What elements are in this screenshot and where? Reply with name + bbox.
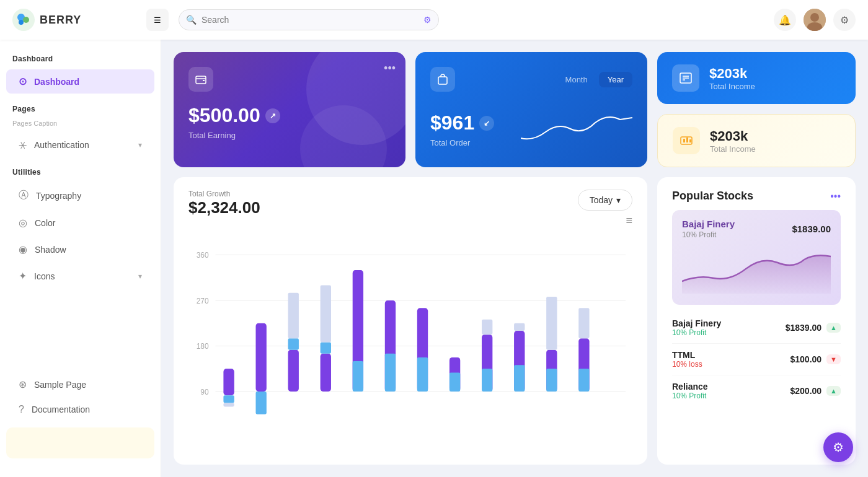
card-income-blue: $203k Total Income bbox=[657, 52, 856, 104]
svg-rect-27 bbox=[223, 395, 234, 403]
typography-icon: Ⓐ bbox=[19, 189, 29, 202]
svg-rect-49 bbox=[514, 365, 525, 392]
main-content: ••• $500.00 ↗ Total Earning bbox=[161, 40, 868, 477]
sidebar-item-typography[interactable]: Ⓐ Typography bbox=[6, 183, 154, 208]
stocks-menu-icon[interactable]: ••• bbox=[830, 191, 841, 202]
svg-rect-16 bbox=[686, 138, 688, 142]
svg-rect-46 bbox=[482, 369, 492, 392]
fab-settings-button[interactable]: ⚙ bbox=[823, 432, 853, 462]
income-yellow-icon bbox=[673, 127, 700, 154]
sidebar-sample-label: Sample Page bbox=[34, 380, 142, 390]
cards-row: ••• $500.00 ↗ Total Earning bbox=[174, 52, 856, 167]
sidebar-auth-label: Authentication bbox=[34, 140, 131, 150]
fab-gear-icon: ⚙ bbox=[833, 440, 844, 455]
settings-button[interactable]: ⚙ bbox=[833, 9, 856, 31]
ttml-trend-icon: ▼ bbox=[826, 354, 841, 364]
order-card-top: Month Year bbox=[430, 67, 632, 92]
chart-card: Total Growth $2,324.00 Today ▾ ≡ bbox=[174, 177, 647, 465]
svg-rect-38 bbox=[353, 361, 363, 392]
sidebar-item-icons[interactable]: ✦ Icons ▾ bbox=[6, 264, 154, 288]
sidebar-item-authentication[interactable]: ⚹ Authentication ▾ bbox=[6, 133, 154, 157]
sidebar-color-label: Color bbox=[35, 218, 142, 228]
tab-month[interactable]: Month bbox=[557, 72, 596, 87]
order-card-bottom: $961 ↙ Total Order bbox=[430, 99, 632, 147]
earning-label: Total Earning bbox=[188, 131, 391, 140]
income-yellow-label: Total Income bbox=[710, 144, 756, 154]
gear-icon: ⚙ bbox=[840, 14, 849, 26]
svg-rect-44 bbox=[450, 372, 460, 392]
bajaj-name: Bajaj Finery bbox=[672, 318, 721, 328]
sidebar-pages-caption: Pages Caption bbox=[0, 118, 161, 132]
avatar-image bbox=[804, 9, 826, 31]
stocks-title: Popular Stocks bbox=[672, 190, 753, 203]
hamburger-button[interactable]: ☰ bbox=[146, 9, 169, 31]
avatar[interactable] bbox=[804, 9, 826, 31]
income-blue-label: Total Income bbox=[709, 82, 755, 91]
bottom-row: Total Growth $2,324.00 Today ▾ ≡ bbox=[174, 177, 856, 465]
bajaj-trend-icon: ▲ bbox=[826, 323, 841, 333]
chart-title-area: Total Growth $2,324.00 bbox=[188, 190, 260, 217]
sidebar-item-color[interactable]: ◎ Color bbox=[6, 211, 154, 235]
featured-stock-header: Bajaj Finery 10% Profit $1839.00 bbox=[682, 219, 831, 239]
svg-rect-40 bbox=[385, 354, 396, 392]
chart-menu-icon[interactable]: ≡ bbox=[626, 214, 632, 227]
sidebar-item-dashboard[interactable]: ⊙ Dashboard bbox=[6, 69, 154, 94]
svg-rect-15 bbox=[683, 139, 685, 142]
svg-rect-53 bbox=[546, 297, 557, 350]
sidebar-item-sample-page[interactable]: ⊛ Sample Page bbox=[6, 372, 154, 396]
search-input[interactable] bbox=[179, 9, 439, 30]
card-income-yellow: $203k Total Income bbox=[657, 114, 856, 167]
topbar: BERRY ☰ 🔍 ⚙ 🔔 ⚙ bbox=[0, 0, 868, 40]
chevron-down-icon: ▾ bbox=[138, 141, 142, 149]
svg-text:180: 180 bbox=[197, 341, 209, 351]
dashboard-icon: ⊙ bbox=[19, 76, 27, 87]
reliance-name: Reliance bbox=[672, 382, 708, 392]
logo: BERRY bbox=[12, 9, 136, 31]
svg-rect-32 bbox=[288, 338, 299, 349]
svg-rect-52 bbox=[546, 369, 557, 392]
today-filter-button[interactable]: Today ▾ bbox=[578, 190, 632, 211]
sidebar-item-documentation[interactable]: ? Documentation bbox=[6, 398, 154, 421]
svg-rect-30 bbox=[255, 392, 266, 414]
order-bag-icon bbox=[430, 67, 455, 92]
svg-text:90: 90 bbox=[200, 387, 208, 396]
svg-rect-33 bbox=[288, 293, 299, 339]
today-label: Today bbox=[590, 195, 613, 205]
order-amount: $961 ↙ bbox=[430, 112, 494, 134]
bajaj-price: $1839.00 bbox=[786, 323, 822, 333]
bajaj-right: $1839.00 ▲ bbox=[786, 323, 841, 333]
stocks-card: Popular Stocks ••• Bajaj Finery 10% Prof… bbox=[657, 177, 856, 465]
sidebar-icons-label: Icons bbox=[34, 271, 131, 281]
income-blue-amount: $203k bbox=[709, 66, 755, 82]
chart-title: Total Growth bbox=[188, 190, 260, 198]
svg-rect-28 bbox=[223, 403, 234, 406]
svg-text:270: 270 bbox=[197, 295, 209, 305]
svg-rect-36 bbox=[321, 286, 331, 343]
chart-area: 360 270 180 90 bbox=[188, 240, 632, 452]
reliance-info: Reliance 10% Profit bbox=[672, 382, 708, 400]
tab-year[interactable]: Year bbox=[599, 72, 632, 87]
filter-icon[interactable]: ⚙ bbox=[423, 15, 432, 25]
ttml-right: $100.00 ▼ bbox=[790, 354, 841, 364]
svg-rect-50 bbox=[514, 323, 525, 331]
featured-stock-price: $1839.00 bbox=[792, 224, 831, 234]
sidebar-item-shadow[interactable]: ◉ Shadow bbox=[6, 237, 154, 261]
svg-rect-34 bbox=[321, 354, 331, 392]
auth-icon: ⚹ bbox=[19, 139, 27, 151]
ttml-info: TTML 10% loss bbox=[672, 350, 702, 369]
card-menu-icon[interactable]: ••• bbox=[384, 62, 396, 75]
card-total-earning: ••• $500.00 ↗ Total Earning bbox=[174, 52, 405, 167]
sidebar: Dashboard ⊙ Dashboard Pages Pages Captio… bbox=[0, 40, 161, 477]
sidebar-shadow-label: Shadow bbox=[35, 245, 142, 255]
notification-button[interactable]: 🔔 bbox=[774, 9, 796, 31]
income-blue-info: $203k Total Income bbox=[709, 66, 755, 91]
right-cards: $203k Total Income $203k bbox=[657, 52, 856, 167]
svg-rect-29 bbox=[255, 323, 266, 392]
svg-rect-55 bbox=[578, 369, 589, 392]
stocks-header: Popular Stocks ••• bbox=[672, 190, 841, 203]
app-name: BERRY bbox=[40, 14, 81, 27]
trend-down-icon: ↙ bbox=[479, 116, 494, 131]
topbar-right: 🔔 ⚙ bbox=[774, 9, 856, 31]
color-icon: ◎ bbox=[19, 217, 27, 229]
ttml-name: TTML bbox=[672, 350, 702, 360]
